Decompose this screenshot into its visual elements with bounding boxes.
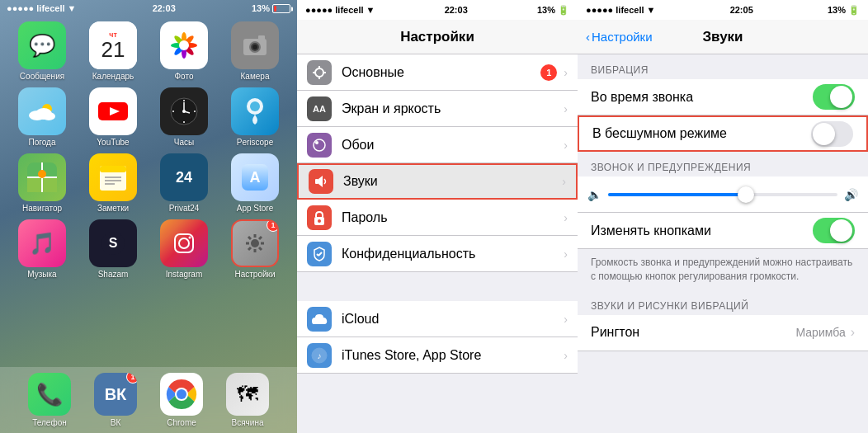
app-privat24[interactable]: 24 Privat24 xyxy=(152,153,216,213)
panel-homescreen: ●●●●● lifecell ▼ 22:03 13% 💬 Сообщения ч… xyxy=(0,0,297,433)
settings-chevron-sounds: › xyxy=(562,175,566,188)
app-photos[interactable]: Фото xyxy=(152,21,216,81)
volume-slider-track[interactable] xyxy=(608,193,837,196)
settings-icon-privacy xyxy=(307,242,332,266)
dock-maps[interactable]: 🗺 Всячина xyxy=(226,373,269,427)
app-instagram[interactable]: Instagram xyxy=(152,219,216,279)
settings-row-itunes[interactable]: ♪ iTunes Store, App Store › xyxy=(297,337,578,374)
app-label-photos: Фото xyxy=(175,72,194,81)
app-grid: 💬 Сообщения чт 21 Календарь xyxy=(0,16,297,284)
app-notes[interactable]: Заметки xyxy=(81,153,145,213)
volume-slider-row: 🔈 🔊 xyxy=(578,176,868,213)
dock-icon-phone: 📞 xyxy=(28,373,71,416)
app-icon-youtube xyxy=(89,87,137,135)
settings-label-itunes: iTunes Store, App Store xyxy=(342,348,564,363)
app-label-settings: Настройки xyxy=(234,270,275,279)
dock-label-chrome: Chrome xyxy=(167,418,196,427)
settings-row-wallpaper[interactable]: Обои › xyxy=(297,127,578,163)
app-appstore[interactable]: A App Store xyxy=(223,153,287,213)
svg-line-55 xyxy=(248,247,251,250)
privat24-text: 24 xyxy=(176,169,192,186)
app-maps[interactable]: Навигатор xyxy=(10,153,74,213)
dock-vk[interactable]: ВК 1 ВК xyxy=(94,373,137,427)
settings-label-sounds: Звуки xyxy=(343,174,562,189)
settings-chevron-icloud: › xyxy=(564,313,568,326)
ringtone-section-header: ЗВОНОК И ПРЕДУПРЕЖДЕНИЯ xyxy=(578,152,868,176)
app-shazam[interactable]: S Shazam xyxy=(81,219,145,279)
back-chevron-icon: ‹ xyxy=(586,30,590,44)
app-label-clock: Часы xyxy=(174,138,194,147)
settings-icon-itunes: ♪ xyxy=(307,343,332,368)
silent-mode-toggle[interactable] xyxy=(811,121,853,147)
app-label-calendar: Календарь xyxy=(92,72,134,81)
app-music[interactable]: 🎵 Музыка xyxy=(10,219,74,279)
dock-icon-vk: ВК 1 xyxy=(94,373,137,416)
app-camera[interactable]: Камера xyxy=(223,21,287,81)
panel-sounds-detail: ●●●●● lifecell ▼ 22:05 13% 🔋 ‹ Настройки… xyxy=(578,0,868,433)
during-call-toggle-thumb xyxy=(830,86,852,108)
app-weather[interactable]: Погода xyxy=(10,87,74,147)
dock: 📞 Телефон ВК 1 ВК xyxy=(0,367,297,433)
sounds-row-during-call: Во время звонка xyxy=(578,79,868,115)
svg-rect-66 xyxy=(315,179,318,184)
dock-phone[interactable]: 📞 Телефон xyxy=(28,373,71,427)
app-periscope[interactable]: Periscope xyxy=(223,87,287,147)
app-icon-messages: 💬 xyxy=(18,21,66,69)
settings-label-general: Основные xyxy=(342,65,540,80)
svg-point-59 xyxy=(315,68,323,77)
volume-slider-thumb[interactable] xyxy=(738,186,754,203)
app-calendar[interactable]: чт 21 Календарь xyxy=(81,21,145,81)
vibration-section-header: ВИБРАЦИЯ xyxy=(578,54,868,79)
app-icon-shazam: S xyxy=(89,219,137,267)
settings-chevron-privacy: › xyxy=(564,247,568,261)
ringtone-chevron-icon: › xyxy=(851,325,855,340)
settings-icon-icloud xyxy=(307,307,332,332)
svg-line-52 xyxy=(248,237,251,239)
app-icon-camera xyxy=(231,21,279,69)
during-call-toggle[interactable] xyxy=(813,84,855,110)
settings-row-sounds[interactable]: Звуки › xyxy=(297,163,578,200)
app-messages[interactable]: 💬 Сообщения xyxy=(10,21,74,81)
svg-point-26 xyxy=(183,100,185,101)
panel-settings-list: ●●●●● lifecell ▼ 22:03 13% 🔋 Настройки О… xyxy=(297,0,578,433)
dock-label-maps: Всячина xyxy=(232,418,264,427)
svg-point-34 xyxy=(38,170,46,178)
settings-row-privacy[interactable]: Конфиденциальность › xyxy=(297,236,578,272)
status-bar-home: ●●●●● lifecell ▼ 22:03 13% xyxy=(0,0,297,16)
settings-separator xyxy=(297,272,578,301)
app-icon-settings: 1 xyxy=(231,219,279,267)
svg-point-68 xyxy=(318,219,321,223)
app-settings[interactable]: 1 Настройки xyxy=(223,219,287,279)
app-clock[interactable]: Часы xyxy=(152,87,216,147)
app-icon-maps xyxy=(18,153,66,201)
settings-row-general[interactable]: Основные 1 › xyxy=(297,54,578,91)
cal-date: 21 xyxy=(101,39,125,60)
silent-mode-label: В бесшумном режиме xyxy=(592,126,811,141)
settings-icon-display: AA xyxy=(307,96,332,121)
battery-settings: 13% 🔋 xyxy=(537,5,569,16)
settings-badge: 1 xyxy=(267,219,279,232)
app-icon-instagram xyxy=(160,219,208,267)
vk-text: ВК xyxy=(105,385,127,404)
svg-point-65 xyxy=(315,141,318,144)
settings-icon-wallpaper xyxy=(307,133,332,158)
app-icon-privat24: 24 xyxy=(160,153,208,201)
settings-nav-title: Настройки xyxy=(400,29,474,45)
app-youtube[interactable]: YouTube xyxy=(81,87,145,147)
settings-chevron-display: › xyxy=(564,102,568,115)
settings-row-password[interactable]: Пароль › xyxy=(297,200,578,236)
svg-point-58 xyxy=(177,389,186,399)
dock-chrome[interactable]: Chrome xyxy=(160,373,203,427)
change-buttons-toggle[interactable] xyxy=(813,218,855,243)
svg-point-64 xyxy=(314,139,325,151)
sounds-back-button[interactable]: ‹ Настройки xyxy=(586,30,653,44)
battery-icon-home xyxy=(272,4,290,13)
svg-point-29 xyxy=(194,111,196,112)
settings-row-display[interactable]: AA Экран и яркость › xyxy=(297,91,578,127)
app-label-periscope: Periscope xyxy=(237,138,273,147)
sounds-row-ringtone[interactable]: Рингтон Маримба › xyxy=(578,315,868,351)
during-call-label: Во время звонка xyxy=(591,90,813,105)
settings-row-icloud[interactable]: iCloud › xyxy=(297,301,578,337)
app-icon-photos xyxy=(160,21,208,69)
sounds-ringtones-section-header: ЗВУКИ И РИСУНКИ ВИБРАЦИЙ xyxy=(578,290,868,315)
